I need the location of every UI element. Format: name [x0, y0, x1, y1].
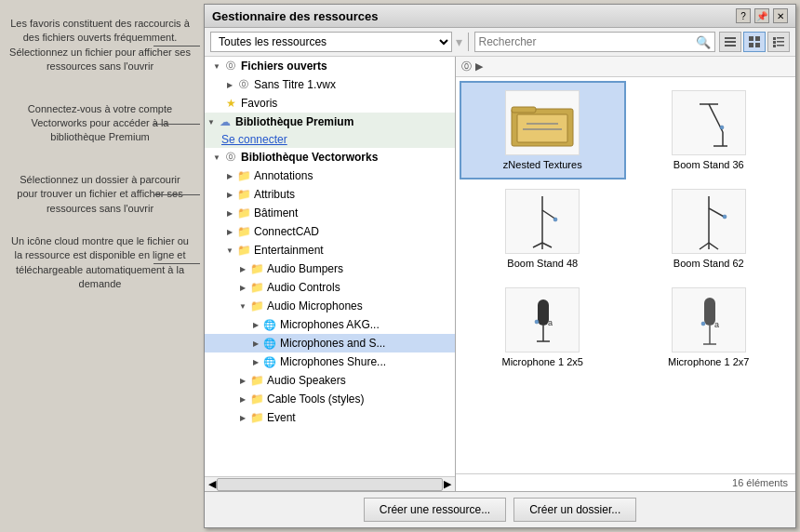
cloud-file-icon-shure: 🌐: [262, 354, 277, 369]
resource-item-boom62[interactable]: Boom Stand 62: [626, 180, 793, 278]
scroll-right-btn[interactable]: ▶: [444, 478, 451, 490]
tree-horizontal-scrollbar-area: ◀ ▶: [205, 476, 455, 491]
connectcad-label: ConnectCAD: [254, 225, 319, 238]
open-files-label: Fichiers ouverts: [241, 60, 327, 73]
toggle-favoris[interactable]: [210, 97, 223, 110]
tree-scroll[interactable]: ▼ ⓪ Fichiers ouverts ▶ ⓪ Sans Titre 1.vw…: [205, 57, 455, 476]
folder-icon-attributs: 📁: [236, 187, 251, 202]
svg-rect-8: [777, 37, 784, 39]
toggle-audio-controls[interactable]: ▶: [236, 281, 249, 294]
svg-line-34: [709, 243, 718, 249]
tree-item-entertainment[interactable]: ▼ 📁 Entertainment: [205, 241, 455, 259]
resource-item-boom48[interactable]: Boom Stand 48: [460, 180, 626, 278]
folder-icon-annotations: 📁: [236, 168, 251, 183]
bottom-bar: Créer une ressource... Créer un dossier.…: [205, 491, 795, 527]
toggle-cable-tools[interactable]: ▶: [236, 392, 249, 406]
micro-and-s-label: Microphones and S...: [280, 337, 385, 350]
tree-item-audio-microphones[interactable]: ▼ 📁 Audio Microphones: [205, 297, 455, 315]
tree-item-se-connecter[interactable]: Se connecter: [205, 131, 455, 148]
svg-rect-5: [749, 43, 753, 47]
toggle-event[interactable]: ▶: [236, 411, 249, 424]
toggle-micro-akg[interactable]: ▶: [249, 318, 262, 331]
svg-line-33: [700, 243, 709, 249]
create-resource-button[interactable]: Créer une ressource...: [364, 498, 506, 522]
micro-shure-label: Microphones Shure...: [280, 355, 386, 368]
tree-item-event[interactable]: ▶ 📁 Event: [205, 408, 455, 427]
view-grid-button[interactable]: [743, 32, 766, 52]
resource-thumb-boom62: [672, 189, 746, 254]
resource-filter-dropdown[interactable]: Toutes les ressources: [210, 32, 452, 52]
tree-item-favoris[interactable]: ★ Favoris: [205, 94, 455, 113]
toggle-annotations[interactable]: ▶: [223, 169, 236, 182]
vw-lib-label: Bibliothèque Vectorworks: [241, 151, 378, 164]
cloud-file-icon-and-s: 🌐: [262, 336, 277, 351]
tree-item-open-files[interactable]: ▼ ⓪ Fichiers ouverts: [205, 57, 455, 75]
folder-icon-event: 📁: [249, 410, 264, 425]
tree-item-cable-tools[interactable]: ▶ 📁 Cable Tools (styles): [205, 390, 455, 408]
scroll-left-btn[interactable]: ◀: [208, 478, 216, 490]
svg-rect-3: [749, 36, 753, 41]
folder-icon-audio-speakers: 📁: [249, 373, 264, 388]
toggle-micro-and-s[interactable]: ▶: [249, 337, 262, 350]
svg-point-26: [553, 218, 557, 221]
vw-icon-lib: ⓪: [223, 150, 238, 165]
tree-item-audio-controls[interactable]: ▶ 📁 Audio Controls: [205, 278, 455, 297]
toggle-audio-speakers[interactable]: ▶: [236, 374, 249, 387]
tree-item-batiment[interactable]: ▶ 📁 Bâtiment: [205, 204, 455, 222]
tree-item-premium[interactable]: ▼ ☁ Bibliothèque Premium: [205, 113, 455, 131]
annotation-1: Les favoris constituent des raccourcis à…: [9, 17, 191, 74]
tree-item-micro-akg[interactable]: ▶ 🌐 Microphones AKG...: [205, 315, 455, 334]
help-button[interactable]: ?: [736, 8, 751, 23]
toggle-audio-bumpers[interactable]: ▶: [236, 262, 249, 275]
batiment-label: Bâtiment: [254, 206, 298, 219]
svg-rect-14: [512, 107, 536, 113]
toggle-attributs[interactable]: ▶: [223, 188, 236, 201]
view-list-button[interactable]: [719, 32, 741, 52]
create-folder-button[interactable]: Créer un dossier...: [513, 498, 636, 522]
resource-grid[interactable]: zNested Textures: [456, 77, 795, 473]
resource-thumb-mic1-2x7: a: [672, 287, 746, 352]
tree-item-audio-bumpers[interactable]: ▶ 📁 Audio Bumpers: [205, 259, 455, 278]
toggle-vw-lib[interactable]: ▼: [210, 151, 223, 164]
view-detail-button[interactable]: [767, 32, 790, 52]
svg-rect-6: [755, 43, 760, 47]
close-button[interactable]: ✕: [773, 8, 788, 23]
resource-item-mic1-2x5[interactable]: a Microphone 1 2x5: [460, 278, 626, 377]
resource-item-znested[interactable]: zNested Textures: [460, 81, 626, 180]
resource-label-boom48: Boom Stand 48: [507, 258, 578, 269]
horizontal-scrollbar[interactable]: [217, 478, 443, 491]
resource-header-icon: ⓪: [461, 60, 472, 73]
window-controls: ? 📌 ✕: [736, 8, 788, 23]
toggle-premium[interactable]: ▼: [205, 115, 218, 128]
se-connecter-link[interactable]: Se connecter: [221, 133, 287, 146]
attributs-label: Attributs: [254, 188, 295, 201]
tree-item-sans-titre[interactable]: ▶ ⓪ Sans Titre 1.vwx: [205, 75, 455, 94]
search-icon[interactable]: 🔍: [696, 35, 711, 49]
resource-item-mic1-2x7[interactable]: a Microphone 1 2x7: [626, 278, 793, 377]
toggle-audio-microphones[interactable]: ▼: [236, 299, 249, 313]
svg-line-28: [542, 243, 552, 247]
toggle-batiment[interactable]: ▶: [223, 206, 236, 219]
tree-item-attributs[interactable]: ▶ 📁 Attributs: [205, 185, 455, 204]
search-input[interactable]: [479, 35, 697, 48]
tree-item-annotations[interactable]: ▶ 📁 Annotations: [205, 166, 455, 185]
tree-item-micro-shure[interactable]: ▶ 🌐 Microphones Shure...: [205, 352, 455, 371]
window-title: Gestionnaire des ressources: [212, 9, 378, 23]
svg-rect-1: [725, 41, 736, 43]
tree-item-vw-lib[interactable]: ▼ ⓪ Bibliothèque Vectorworks: [205, 148, 455, 166]
resource-panel: ⓪ ▶ zNested Textures: [456, 57, 795, 491]
svg-rect-9: [773, 41, 776, 44]
toggle-se-connecter: [205, 133, 218, 146]
resource-item-boom36[interactable]: Boom Stand 36: [626, 81, 793, 180]
pin-button[interactable]: 📌: [754, 8, 769, 23]
toggle-connectcad[interactable]: ▶: [223, 225, 236, 238]
tree-item-connectcad[interactable]: ▶ 📁 ConnectCAD: [205, 222, 455, 241]
annotation-panel: Les favoris constituent des raccourcis à…: [0, 0, 200, 532]
toggle-open-files[interactable]: ▼: [210, 60, 223, 73]
toggle-micro-shure[interactable]: ▶: [249, 355, 262, 368]
tree-item-audio-speakers[interactable]: ▶ 📁 Audio Speakers: [205, 371, 455, 390]
tree-item-micro-and-s[interactable]: ▶ 🌐 Microphones and S...: [205, 334, 455, 352]
toggle-sans-titre[interactable]: ▶: [223, 78, 236, 91]
folder-icon-entertainment: 📁: [236, 243, 251, 258]
toggle-entertainment[interactable]: ▼: [223, 244, 236, 257]
